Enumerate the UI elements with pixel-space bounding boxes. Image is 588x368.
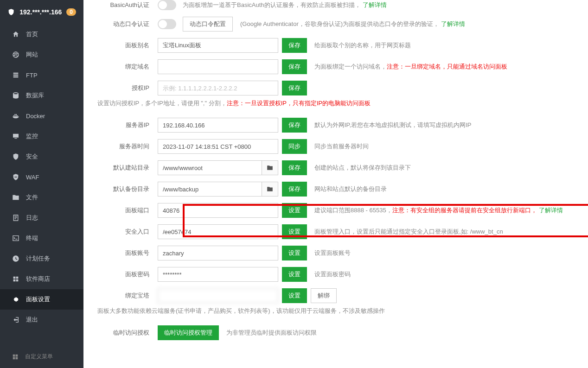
exit-icon [12, 316, 19, 324]
home-icon [12, 31, 19, 38]
apps-icon [12, 275, 19, 283]
account-help: 设置面板账号 [314, 249, 351, 257]
shield-icon [12, 153, 19, 160]
backupdir-browse[interactable] [262, 182, 278, 197]
authip-note: 设置访问授权IP，多个IP地址，请使用 "," 分割， [97, 100, 227, 107]
backupdir-input[interactable] [158, 182, 262, 197]
authip-save[interactable]: 保存 [282, 81, 307, 95]
bindbt-input[interactable] [158, 288, 278, 303]
sidebar-item-label: 软件商店 [26, 275, 50, 283]
sidebar-item-docker[interactable]: Docker [0, 106, 83, 126]
dynamic-toggle[interactable] [158, 19, 176, 29]
sidebar-item-folder[interactable]: 文件 [0, 187, 83, 208]
sidebar-item-label: 首页 [26, 30, 38, 38]
sidebar-item-ftp[interactable]: FTP [0, 65, 83, 85]
alias-input[interactable] [158, 38, 278, 53]
basicauth-help: 为面板增加一道基于BasicAuth的认证服务，有效防止面板被扫描， [183, 1, 361, 8]
authip-input[interactable] [158, 81, 278, 95]
sidebar-item-log[interactable]: 日志 [0, 208, 83, 228]
folder-icon [12, 194, 19, 201]
sidebar-item-home[interactable]: 首页 [0, 24, 83, 44]
sidebar-item-label: 数据库 [26, 91, 44, 100]
basicauth-link[interactable]: 了解详情 [363, 1, 387, 8]
sidebar-item-terminal[interactable]: 终端 [0, 228, 83, 248]
serverip-label: 服务器IP [97, 121, 158, 129]
terminal-icon [12, 235, 19, 242]
sidebar-item-db[interactable]: 数据库 [0, 85, 83, 106]
sitedir-browse[interactable] [262, 160, 278, 175]
sidebar-item-cron[interactable]: 计划任务 [0, 248, 83, 269]
docker-icon [12, 112, 19, 120]
sidebar-item-exit[interactable]: 退出 [0, 310, 83, 330]
footer: 宝塔Linux面板 ©2014-2023 广东堡塔安全技术有限公司 (bt.cn… [83, 361, 588, 368]
shield-icon [7, 8, 15, 16]
sidebar-ip: 192.***.***.166 [19, 8, 62, 16]
domain-help: 为面板绑定一个访问域名， [314, 63, 387, 70]
bindbt-unbind[interactable]: 解绑 [311, 288, 337, 303]
entrance-input[interactable] [158, 224, 278, 239]
sidebar-item-label: 日志 [26, 214, 38, 222]
entrance-help: 面板管理入口，设置后只能通过指定安全入口登录面板,如: /www_bt_cn [314, 228, 503, 236]
sitedir-save[interactable]: 保存 [282, 160, 307, 175]
waf-icon [12, 173, 19, 181]
password-input[interactable] [158, 267, 278, 282]
sitedir-help: 创建的站点，默认将保存到该目录下 [314, 164, 411, 172]
servertime-sync[interactable]: 同步 [282, 139, 307, 154]
alias-label: 面板别名 [97, 41, 158, 50]
domain-input[interactable] [158, 59, 278, 74]
sidebar-item-globe[interactable]: 网站 [0, 44, 83, 65]
serverip-help: 默认为外网IP,若您在本地虚拟机测试，请填写虚拟机内网IP [314, 121, 472, 129]
sidebar-item-waf[interactable]: WAF [0, 167, 83, 187]
sidebar-nav: 首页网站FTP数据库Docker监控安全WAF文件日志终端计划任务软件商店面板设… [0, 24, 83, 345]
sidebar-item-label: 计划任务 [26, 254, 50, 263]
bindbt-set[interactable]: 设置 [282, 288, 307, 303]
port-warn: 注意：有安全组的服务器请提前在安全组放行新端口， [392, 207, 537, 214]
domain-label: 绑定域名 [97, 63, 158, 71]
notification-badge[interactable]: 0 [66, 8, 76, 16]
alias-save[interactable]: 保存 [282, 38, 307, 53]
servertime-input[interactable] [158, 139, 278, 154]
port-link[interactable]: 了解详情 [539, 207, 563, 214]
sidebar-item-label: FTP [26, 72, 38, 79]
account-set[interactable]: 设置 [282, 246, 307, 260]
sitedir-input[interactable] [158, 160, 262, 175]
custom-menu-button[interactable]: 自定义菜单 [0, 345, 83, 368]
sidebar-item-gear[interactable]: 面板设置 [0, 289, 83, 310]
sidebar-item-label: 监控 [26, 132, 38, 140]
ftp-icon [12, 71, 19, 79]
domain-warn: 注意：一旦绑定域名，只能通过域名访问面板 [387, 63, 507, 70]
authip-label: 授权IP [97, 84, 158, 92]
bindbt-label: 绑定宝塔 [97, 292, 158, 300]
serverip-input[interactable] [158, 118, 278, 133]
servertime-help: 同步当前服务器时间 [314, 142, 369, 151]
sidebar-item-shield[interactable]: 安全 [0, 146, 83, 167]
folder-icon [266, 186, 274, 192]
account-label: 面板账号 [97, 249, 158, 257]
grid-icon [12, 354, 19, 360]
dynamic-help: (Google Authenticator，谷歌身份认证)为面板提供动态口令的登… [240, 20, 439, 27]
main-content: BasicAuth认证 为面板增加一道基于BasicAuth的认证服务，有效防止… [83, 0, 588, 368]
basicauth-toggle[interactable] [158, 0, 176, 10]
dynamic-link[interactable]: 了解详情 [441, 20, 465, 27]
dynamic-config-button[interactable]: 动态口令配置 [183, 17, 233, 32]
sidebar-item-label: 退出 [26, 316, 38, 324]
port-input[interactable] [158, 203, 278, 218]
sidebar-item-apps[interactable]: 软件商店 [0, 269, 83, 289]
folder-icon [266, 165, 274, 171]
basicauth-label: BasicAuth认证 [97, 1, 158, 9]
sidebar-item-label: Docker [26, 113, 45, 120]
account-input[interactable] [158, 246, 278, 260]
sidebar-header: 192.***.***.166 0 [0, 0, 83, 24]
backupdir-save[interactable]: 保存 [282, 182, 307, 197]
port-set[interactable]: 设置 [282, 203, 307, 218]
port-label: 面板端口 [97, 206, 158, 215]
gear-icon [12, 296, 19, 303]
sidebar-item-monitor[interactable]: 监控 [0, 126, 83, 146]
password-set[interactable]: 设置 [282, 267, 307, 282]
tempauth-button[interactable]: 临时访问授权管理 [158, 325, 219, 340]
entrance-label: 安全入口 [97, 228, 158, 236]
serverip-save[interactable]: 保存 [282, 118, 307, 133]
entrance-set[interactable]: 设置 [282, 224, 307, 239]
cron-icon [12, 255, 19, 262]
domain-save[interactable]: 保存 [282, 59, 307, 74]
